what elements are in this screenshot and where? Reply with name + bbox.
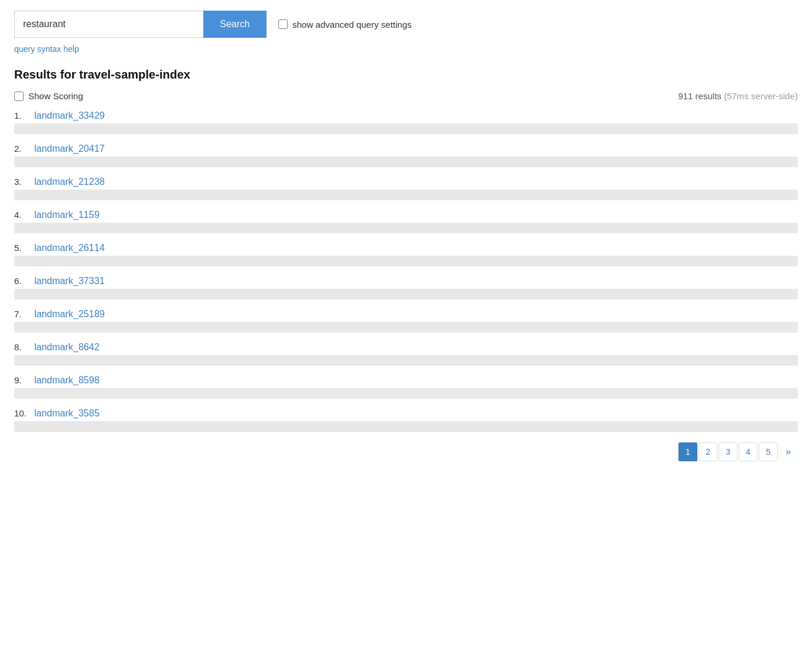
result-link[interactable]: landmark_8642 [34, 342, 99, 353]
advanced-query-label[interactable]: show advanced query settings [293, 19, 412, 30]
result-item: 5.landmark_26114 [14, 239, 798, 266]
result-number: 4. [14, 210, 31, 220]
result-bar [14, 123, 798, 134]
result-item-header: 6.landmark_37331 [14, 272, 798, 289]
page-button-2[interactable]: 2 [699, 442, 717, 461]
page-button-5[interactable]: 5 [759, 442, 778, 461]
result-item-header: 3.landmark_21238 [14, 173, 798, 190]
result-number: 2. [14, 144, 31, 154]
result-item: 6.landmark_37331 [14, 272, 798, 299]
result-number: 10. [14, 408, 31, 418]
result-item-header: 9.landmark_8598 [14, 372, 798, 388]
result-bar [14, 289, 798, 299]
pagination-next-button[interactable]: » [779, 442, 798, 461]
result-link[interactable]: landmark_37331 [34, 276, 105, 286]
search-button[interactable]: Search [203, 11, 267, 38]
result-item-header: 2.landmark_20417 [14, 140, 798, 157]
result-bar [14, 157, 798, 167]
result-number: 9. [14, 375, 31, 385]
result-item: 2.landmark_20417 [14, 140, 798, 167]
result-link[interactable]: landmark_20417 [34, 144, 105, 154]
result-bar [14, 256, 798, 266]
result-number: 8. [14, 342, 31, 352]
result-item: 9.landmark_8598 [14, 372, 798, 399]
result-link[interactable]: landmark_1159 [34, 210, 99, 220]
result-number: 5. [14, 243, 31, 253]
result-item: 10.landmark_3585 [14, 405, 798, 432]
result-item-header: 5.landmark_26114 [14, 239, 798, 256]
search-input[interactable] [14, 11, 203, 38]
results-server-time: (57ms server-side) [724, 91, 798, 101]
results-heading: Results for travel-sample-index [14, 68, 798, 82]
results-meta-bar: Show Scoring 911 results (57ms server-si… [14, 91, 798, 101]
result-item-header: 7.landmark_25189 [14, 305, 798, 322]
results-count: 911 results (57ms server-side) [678, 91, 798, 101]
result-link[interactable]: landmark_25189 [34, 309, 105, 320]
query-syntax-link[interactable]: query syntax help [14, 44, 79, 54]
show-scoring-label[interactable]: Show Scoring [28, 91, 83, 101]
result-link[interactable]: landmark_8598 [34, 375, 99, 386]
page-button-3[interactable]: 3 [719, 442, 738, 461]
advanced-query-area: show advanced query settings [278, 19, 412, 30]
result-bar [14, 388, 798, 399]
result-item-header: 10.landmark_3585 [14, 405, 798, 421]
result-link[interactable]: landmark_3585 [34, 408, 99, 419]
result-number: 6. [14, 276, 31, 286]
result-item-header: 1.landmark_33429 [14, 107, 798, 123]
result-item-header: 8.landmark_8642 [14, 338, 798, 355]
result-item: 4.landmark_1159 [14, 206, 798, 233]
page-button-1[interactable]: 1 [678, 442, 697, 461]
result-list: 1.landmark_334292.landmark_204173.landma… [14, 107, 798, 432]
result-number: 3. [14, 177, 31, 187]
result-item-header: 4.landmark_1159 [14, 206, 798, 223]
result-item: 7.landmark_25189 [14, 305, 798, 333]
result-bar [14, 223, 798, 233]
result-link[interactable]: landmark_21238 [34, 177, 105, 187]
advanced-query-checkbox[interactable] [278, 19, 288, 29]
result-link[interactable]: landmark_33429 [34, 110, 105, 121]
pagination: 12345» [14, 442, 798, 467]
result-link[interactable]: landmark_26114 [34, 243, 105, 253]
result-item: 1.landmark_33429 [14, 107, 798, 134]
page-button-4[interactable]: 4 [739, 442, 758, 461]
result-bar [14, 190, 798, 200]
show-scoring-area: Show Scoring [14, 91, 83, 101]
result-number: 7. [14, 309, 31, 319]
result-bar [14, 355, 798, 366]
result-bar [14, 322, 798, 333]
result-bar [14, 421, 798, 432]
result-item: 8.landmark_8642 [14, 338, 798, 366]
results-count-number: 911 results [678, 91, 721, 101]
result-item: 3.landmark_21238 [14, 173, 798, 200]
result-number: 1. [14, 110, 31, 120]
show-scoring-checkbox[interactable] [14, 92, 24, 101]
search-bar: Search show advanced query settings [14, 11, 798, 38]
